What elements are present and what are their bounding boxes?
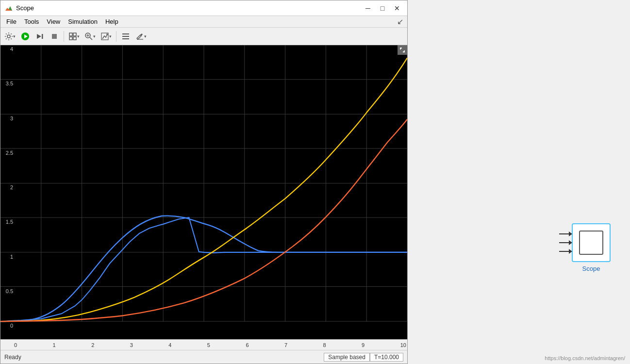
x-axis-row: 0 1 2 3 4 5 6 7 8 9 10	[0, 339, 407, 350]
matlab-icon	[4, 4, 13, 13]
status-ready-label: Ready	[4, 354, 324, 361]
menu-bar: File Tools View Simulation Help ↙	[0, 16, 407, 28]
edit-icon	[135, 32, 144, 41]
run-button[interactable]	[18, 30, 32, 43]
y-label-05: 0.5	[0, 288, 13, 294]
plot-area[interactable]: 0 0.5 1 1.5 2 2.5 3 3.5 4 4	[0, 45, 407, 339]
svg-rect-8	[73, 33, 76, 36]
autoscale-button[interactable]: ▾	[99, 30, 114, 43]
scope-input-arrows	[559, 232, 572, 254]
zoom-icon	[84, 32, 93, 41]
y-label-15: 1.5	[0, 219, 13, 225]
arrow-head-1	[569, 232, 572, 236]
settings-dropdown-arrow: ▾	[13, 34, 16, 39]
close-button[interactable]: ✕	[391, 3, 403, 14]
x-label-3: 3	[130, 342, 133, 348]
toolbar-separator-2	[116, 31, 116, 42]
svg-rect-10	[73, 37, 76, 40]
x-axis-labels: 0 1 2 3 4 5 6 7 8 9 10	[14, 342, 407, 348]
layout-icon	[68, 32, 77, 41]
x-label-0: 0	[14, 342, 17, 348]
toolbar: ▾	[0, 28, 407, 45]
svg-rect-9	[69, 37, 72, 40]
svg-rect-16	[122, 33, 129, 34]
step-forward-icon	[35, 32, 44, 41]
status-right: Sample based T=10.000	[324, 353, 403, 362]
layout-button[interactable]: ▾	[66, 30, 82, 43]
watermark: https://blog.csdn.net/admintagren/	[545, 355, 625, 361]
menu-corner: ↙	[397, 17, 405, 26]
edit-button[interactable]: ▾	[133, 30, 149, 43]
settings-button[interactable]: ▾	[2, 30, 17, 43]
x-label-8: 8	[323, 342, 326, 348]
edit-dropdown-arrow: ▾	[144, 34, 147, 39]
legend-button[interactable]	[119, 30, 133, 43]
title-bar: Scope ─ □ ✕	[0, 0, 407, 16]
scope-block-label: Scope	[582, 265, 600, 272]
menu-file[interactable]: File	[2, 17, 20, 26]
zoom-button[interactable]: ▾	[83, 30, 98, 43]
arrow-line-1	[559, 233, 569, 234]
svg-line-12	[90, 37, 92, 40]
x-label-5: 5	[207, 342, 210, 348]
step-forward-button[interactable]	[33, 30, 47, 43]
menu-tools[interactable]: Tools	[20, 17, 43, 26]
window-title: Scope	[16, 4, 362, 12]
arrow-line-2	[559, 242, 569, 243]
svg-rect-5	[42, 34, 43, 39]
y-label-1: 1	[0, 254, 13, 260]
autoscale-icon	[100, 32, 109, 41]
arrow-2	[559, 240, 572, 245]
x-label-10: 10	[400, 342, 406, 348]
svg-rect-17	[122, 36, 129, 37]
expand-button[interactable]	[398, 45, 407, 55]
arrow-head-2	[569, 240, 572, 245]
legend-icon	[121, 32, 130, 41]
menu-simulation[interactable]: Simulation	[64, 17, 101, 26]
svg-point-1	[7, 35, 10, 38]
y-label-25: 2.5	[0, 150, 13, 156]
arrow-1	[559, 232, 572, 236]
y-label-3: 3	[0, 116, 13, 121]
svg-rect-6	[52, 34, 57, 39]
time-label: T=10.000	[370, 353, 403, 362]
window-controls: ─ □ ✕	[362, 3, 403, 14]
toolbar-separator-1	[64, 31, 64, 42]
maximize-button[interactable]: □	[376, 3, 389, 14]
minimize-button[interactable]: ─	[362, 3, 374, 14]
arrow-head-3	[569, 249, 572, 254]
autoscale-dropdown-arrow: ▾	[109, 34, 112, 39]
x-label-2: 2	[91, 342, 94, 348]
x-label-1: 1	[53, 342, 56, 348]
y-label-35: 3.5	[0, 81, 13, 86]
scope-window: Scope ─ □ ✕ File Tools View Simulation H…	[0, 0, 408, 364]
y-label-4: 4	[0, 46, 13, 52]
menu-help[interactable]: Help	[101, 17, 122, 26]
arrow-line-3	[559, 251, 569, 252]
arrow-3	[559, 249, 572, 254]
svg-rect-0	[4, 4, 13, 13]
x-label-6: 6	[246, 342, 249, 348]
zoom-dropdown-arrow: ▾	[93, 34, 96, 39]
run-icon	[21, 32, 30, 41]
x-label-9: 9	[362, 342, 365, 348]
gear-icon	[4, 32, 13, 41]
scope-screen-icon	[579, 231, 603, 255]
svg-rect-7	[69, 33, 72, 36]
stop-button[interactable]	[48, 30, 61, 43]
y-axis-labels: 4 3.5 3 2.5 2 1.5 1 0.5 0	[0, 45, 14, 330]
scope-block[interactable]: Scope	[572, 223, 611, 272]
layout-dropdown-arrow: ▾	[77, 34, 80, 39]
expand-icon	[399, 47, 406, 53]
menu-view[interactable]: View	[43, 17, 64, 26]
status-bar: Ready Sample based T=10.000	[0, 350, 407, 364]
stop-icon	[50, 32, 59, 41]
svg-rect-18	[122, 38, 129, 39]
x-label-7: 7	[284, 342, 287, 348]
sample-based-label: Sample based	[324, 353, 370, 362]
x-label-4: 4	[168, 342, 171, 348]
scope-plot: 0 0.5 1 1.5 2 2.5 3 3.5 4	[0, 45, 407, 339]
y-label-0: 0	[0, 323, 13, 329]
y-label-2: 2	[0, 184, 13, 190]
scope-block-body[interactable]	[572, 223, 611, 262]
